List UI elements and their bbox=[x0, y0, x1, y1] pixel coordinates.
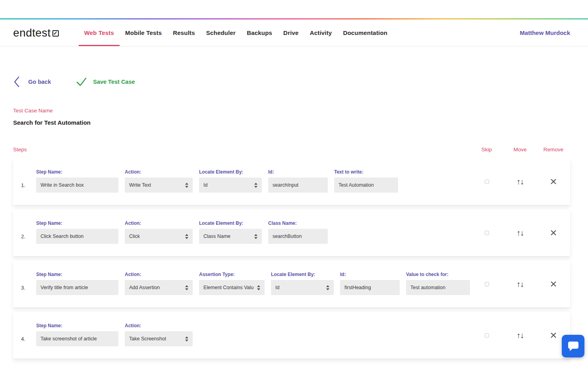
value-to-check-for-input[interactable]: Test automation bbox=[406, 280, 470, 295]
locate-element-by-label: Locate Element By: bbox=[199, 220, 262, 226]
skip-checkbox[interactable] bbox=[485, 231, 489, 235]
step-card: 1.Step Name:Write in Search boxAction:Wr… bbox=[13, 158, 570, 205]
go-back-button[interactable]: Go back bbox=[13, 76, 51, 88]
step-number: 2. bbox=[21, 234, 30, 244]
steps-title: Steps bbox=[13, 147, 27, 153]
nav-item-results[interactable]: Results bbox=[167, 19, 201, 46]
remove-icon[interactable]: × bbox=[550, 329, 557, 341]
step-name-input[interactable]: Verify title from article bbox=[36, 280, 118, 295]
move-icon[interactable]: ↑↓ bbox=[516, 331, 524, 339]
locate-element-by-label: Locate Element By: bbox=[271, 272, 334, 277]
step-name-label: Step Name: bbox=[36, 272, 118, 277]
field-step-name: Step Name:Click Search button bbox=[36, 220, 118, 244]
select-arrows-icon bbox=[185, 336, 188, 342]
test-case-name-input[interactable]: Search for Test Automation bbox=[13, 119, 570, 126]
field-id: Id:searchInput bbox=[268, 169, 328, 193]
top-spacer bbox=[0, 0, 588, 18]
select-arrows-icon bbox=[254, 234, 257, 239]
step-name-label: Step Name: bbox=[36, 169, 118, 175]
nav-item-web-tests[interactable]: Web Tests bbox=[79, 19, 120, 46]
locate-element-by-select[interactable]: Id bbox=[271, 280, 334, 295]
nav-item-drive[interactable]: Drive bbox=[278, 19, 304, 46]
row-controls: ↑↓× bbox=[470, 261, 570, 307]
action-select[interactable]: Add Assertion bbox=[125, 280, 193, 295]
field-action: Action:Click bbox=[125, 220, 193, 244]
logo-text: endtest bbox=[13, 27, 51, 39]
locate-element-by-value: Id bbox=[203, 182, 207, 188]
row-controls: ↑↓× bbox=[470, 158, 570, 205]
remove-icon[interactable]: × bbox=[550, 227, 557, 239]
field-assertion-type: Assertion Type:Element Contains Value bbox=[199, 272, 265, 295]
step-name-value: Write in Search box bbox=[41, 182, 84, 188]
action-value: Write Text bbox=[129, 182, 151, 188]
action-select[interactable]: Take Screenshot bbox=[125, 331, 193, 346]
id-input[interactable]: searchInput bbox=[268, 178, 328, 193]
text-to-write-value: Test Automation bbox=[338, 182, 374, 188]
id-input[interactable]: firstHeading bbox=[340, 280, 400, 295]
field-locate-element-by: Locate Element By:Id bbox=[199, 169, 262, 193]
action-value: Take Screenshot bbox=[129, 336, 166, 342]
action-value: Click bbox=[129, 234, 140, 239]
step-name-input[interactable]: Write in Search box bbox=[36, 178, 118, 193]
save-test-case-button[interactable]: Save Test Case bbox=[75, 77, 135, 87]
step-name-input[interactable]: Take screenshot of article bbox=[36, 331, 118, 346]
text-to-write-label: Text to write: bbox=[334, 169, 398, 175]
action-label: Action: bbox=[125, 272, 193, 277]
go-back-label: Go back bbox=[28, 79, 51, 85]
remove-icon[interactable]: × bbox=[550, 278, 557, 290]
class-name-label: Class Name: bbox=[268, 220, 328, 226]
locate-element-by-label: Locate Element By: bbox=[199, 169, 262, 175]
value-to-check-for-value: Test automation bbox=[410, 285, 445, 290]
locate-element-by-value: Class Name bbox=[203, 234, 230, 239]
class-name-input[interactable]: searchButton bbox=[268, 229, 328, 244]
select-arrows-icon bbox=[185, 234, 188, 239]
field-step-name: Step Name:Take screenshot of article bbox=[36, 323, 118, 346]
step-name-value: Click Search button bbox=[41, 234, 83, 239]
locate-element-by-select[interactable]: Class Name bbox=[199, 229, 262, 244]
action-value: Add Assertion bbox=[129, 285, 160, 290]
text-to-write-input[interactable]: Test Automation bbox=[334, 178, 398, 193]
action-select[interactable]: Click bbox=[125, 229, 193, 244]
save-test-case-label: Save Test Case bbox=[93, 79, 135, 85]
skip-checkbox[interactable] bbox=[485, 180, 489, 184]
chat-widget-button[interactable] bbox=[562, 335, 584, 357]
page: { "colors": { "accent_pink": "#d6476a", … bbox=[0, 0, 588, 392]
move-icon[interactable]: ↑↓ bbox=[516, 178, 524, 185]
field-class-name: Class Name:searchButton bbox=[268, 220, 328, 244]
test-case-name-label: Test Case Name bbox=[13, 108, 570, 114]
nav-item-backups[interactable]: Backups bbox=[241, 19, 278, 46]
select-arrows-icon bbox=[254, 183, 257, 188]
step-name-label: Step Name: bbox=[36, 323, 118, 328]
row-controls: ↑↓× bbox=[470, 312, 570, 359]
select-arrows-icon bbox=[326, 285, 329, 290]
step-card: 4.Step Name:Take screenshot of articleAc… bbox=[13, 312, 570, 359]
assertion-type-select[interactable]: Element Contains Value bbox=[199, 280, 265, 295]
remove-icon[interactable]: × bbox=[550, 176, 557, 187]
skip-checkbox[interactable] bbox=[485, 282, 489, 286]
skip-checkbox[interactable] bbox=[485, 333, 489, 338]
logo[interactable]: endtest ✓ bbox=[13, 19, 59, 46]
nav-item-activity[interactable]: Activity bbox=[304, 19, 338, 46]
nav-item-documentation[interactable]: Documentation bbox=[337, 19, 393, 46]
test-case-section: Test Case Name Search for Test Automatio… bbox=[13, 108, 570, 126]
move-icon[interactable]: ↑↓ bbox=[516, 229, 524, 237]
field-action: Action:Add Assertion bbox=[125, 272, 193, 295]
user-menu[interactable]: Matthew Murdock bbox=[520, 19, 570, 46]
action-select[interactable]: Write Text bbox=[125, 178, 193, 193]
step-number: 3. bbox=[21, 285, 30, 295]
assertion-type-label: Assertion Type: bbox=[199, 272, 265, 277]
locate-element-by-select[interactable]: Id bbox=[199, 178, 262, 193]
move-icon[interactable]: ↑↓ bbox=[516, 280, 524, 288]
step-card: 3.Step Name:Verify title from articleAct… bbox=[13, 261, 570, 307]
select-arrows-icon bbox=[257, 285, 260, 290]
select-arrows-icon bbox=[185, 183, 188, 188]
step-name-input[interactable]: Click Search button bbox=[36, 229, 118, 244]
id-value: firstHeading bbox=[344, 285, 371, 290]
field-action: Action:Write Text bbox=[125, 169, 193, 193]
field-locate-element-by: Locate Element By:Class Name bbox=[199, 220, 262, 244]
toolbar: Go back Save Test Case bbox=[13, 76, 570, 88]
field-locate-element-by: Locate Element By:Id bbox=[271, 272, 334, 295]
nav-item-scheduler[interactable]: Scheduler bbox=[201, 19, 241, 46]
row-controls: ↑↓× bbox=[470, 209, 570, 256]
nav-item-mobile-tests[interactable]: Mobile Tests bbox=[120, 19, 167, 46]
